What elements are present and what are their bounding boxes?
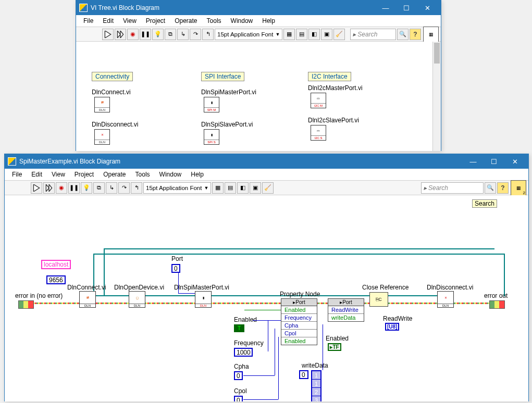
function-close-reference[interactable]: ⎘C bbox=[369, 292, 388, 307]
titlebar[interactable]: SpiMasterExample.vi Block Diagram — ☐ ✕ bbox=[5, 154, 528, 169]
retain-wire-values-button[interactable]: ⧉ bbox=[93, 182, 105, 194]
search-input[interactable]: ▸ Search bbox=[350, 29, 396, 40]
terminal-error-out[interactable] bbox=[489, 300, 505, 309]
abort-button[interactable]: ◉ bbox=[56, 182, 67, 194]
menu-view[interactable]: View bbox=[119, 16, 141, 26]
constant-frequency[interactable]: 1000 bbox=[234, 348, 253, 357]
search-icon[interactable]: 🔍 bbox=[485, 182, 496, 194]
align-button[interactable]: ▦ bbox=[212, 182, 224, 194]
maximize-button[interactable]: ☐ bbox=[484, 154, 504, 169]
run-continuously-button[interactable] bbox=[115, 29, 126, 40]
cleanup-button[interactable]: 🧹 bbox=[262, 182, 274, 194]
menu-view[interactable]: View bbox=[47, 170, 69, 179]
prop-row[interactable]: Enabled bbox=[281, 337, 317, 345]
vi-icon-disconnect[interactable]: ✕DLN bbox=[94, 129, 110, 145]
vi-icon-indicator[interactable]: ▦ bbox=[423, 27, 439, 42]
cleanup-button[interactable]: 🧹 bbox=[333, 29, 345, 40]
resize-button[interactable]: ◧ bbox=[308, 29, 320, 40]
run-button[interactable] bbox=[31, 182, 42, 194]
constant-cpha[interactable]: 0 bbox=[234, 371, 243, 380]
step-into-button[interactable]: ↳ bbox=[106, 182, 117, 194]
property-node-1[interactable]: ▸ Port Enabled Frequency Cpha Cpol Enabl… bbox=[281, 298, 317, 345]
maximize-button[interactable]: ☐ bbox=[396, 1, 417, 15]
close-button[interactable]: ✕ bbox=[504, 154, 525, 169]
subvi-opendevice[interactable]: ◻DLN bbox=[129, 291, 145, 308]
menu-project[interactable]: Project bbox=[142, 16, 169, 26]
menu-tools[interactable]: Tools bbox=[131, 170, 154, 179]
run-button[interactable] bbox=[102, 29, 114, 40]
constant-port[interactable]: 0 bbox=[171, 264, 180, 273]
menu-window[interactable]: Window bbox=[227, 16, 257, 26]
step-over-button[interactable]: ↷ bbox=[190, 29, 201, 40]
constant-cpol[interactable]: 0 bbox=[234, 396, 243, 401]
resize-button[interactable]: ◧ bbox=[237, 182, 249, 194]
highlight-execution-button[interactable]: 💡 bbox=[152, 29, 164, 40]
reorder-button[interactable]: ▣ bbox=[250, 182, 261, 194]
prop-row[interactable]: Frequency bbox=[281, 314, 317, 322]
search-input[interactable]: ▸ Search bbox=[421, 182, 484, 194]
block-diagram-canvas[interactable]: Connectivity SPI Interface I2C Interface… bbox=[76, 42, 441, 151]
menu-operate[interactable]: Operate bbox=[170, 16, 201, 26]
subvi-spimasterport[interactable]: ▮DLN bbox=[195, 291, 212, 308]
step-into-button[interactable]: ↳ bbox=[177, 29, 189, 40]
pause-button[interactable]: ❚❚ bbox=[68, 182, 80, 194]
prop-row[interactable]: ReadWrite bbox=[328, 306, 364, 314]
menu-help[interactable]: Help bbox=[258, 16, 279, 26]
terminal-error-in[interactable] bbox=[18, 300, 34, 309]
prop-row[interactable]: Enabled bbox=[281, 306, 317, 314]
invoke-node[interactable]: ▸ Port ReadWrite writeData bbox=[328, 298, 364, 322]
run-continuously-button[interactable] bbox=[43, 182, 55, 194]
distribute-button[interactable]: ▤ bbox=[296, 29, 307, 40]
array-cell[interactable]: 3 bbox=[312, 396, 320, 401]
titlebar[interactable]: VI Tree.vi Block Diagram — ☐ ✕ bbox=[76, 1, 441, 15]
reorder-button[interactable]: ▣ bbox=[321, 29, 332, 40]
vi-icon-connect[interactable]: ⇄DLN bbox=[94, 97, 110, 112]
constant-array-writedata[interactable]: 1 1 2 3 0 bbox=[311, 370, 321, 401]
menu-file[interactable]: File bbox=[8, 170, 26, 179]
font-dropdown[interactable]: 15pt Application Font▼ bbox=[215, 29, 282, 40]
menu-window[interactable]: Window bbox=[155, 170, 186, 179]
step-over-button[interactable]: ↷ bbox=[118, 182, 130, 194]
menu-operate[interactable]: Operate bbox=[99, 170, 130, 179]
step-out-button[interactable]: ↰ bbox=[202, 29, 214, 40]
font-dropdown[interactable]: 15pt Application Font▼ bbox=[143, 182, 211, 194]
array-cell[interactable]: 1 bbox=[312, 380, 320, 388]
indicator-enabled[interactable]: ▸TF bbox=[328, 343, 341, 351]
array-index[interactable]: 0 bbox=[299, 370, 308, 379]
vi-icon-i2cmaster[interactable]: ▭I2C M bbox=[311, 93, 326, 108]
constant-localhost[interactable]: localhost bbox=[41, 260, 71, 269]
menu-project[interactable]: Project bbox=[70, 170, 98, 179]
prop-row[interactable]: Cpol bbox=[281, 330, 317, 337]
subvi-disconnect[interactable]: ✕DLN bbox=[437, 291, 454, 308]
abort-button[interactable]: ◉ bbox=[127, 29, 139, 40]
constant-port9656[interactable]: 9656 bbox=[46, 275, 66, 284]
help-button[interactable]: ? bbox=[497, 182, 509, 194]
prop-row[interactable]: writeData bbox=[328, 314, 364, 321]
menu-file[interactable]: File bbox=[79, 16, 97, 26]
pause-button[interactable]: ❚❚ bbox=[140, 29, 151, 40]
highlight-execution-button[interactable]: 💡 bbox=[81, 182, 92, 194]
distribute-button[interactable]: ▤ bbox=[225, 182, 236, 194]
vi-icon-indicator[interactable]: ▦2 bbox=[511, 180, 526, 196]
block-diagram-canvas[interactable]: Search localhost 9656 error in (no error… bbox=[5, 195, 528, 401]
subvi-connect[interactable]: ⇄DLN bbox=[79, 291, 96, 308]
menu-help[interactable]: Help bbox=[187, 170, 208, 179]
vi-icon-i2cslave[interactable]: ▭I2C S bbox=[311, 125, 326, 141]
array-cell[interactable]: 1 bbox=[312, 371, 320, 380]
indicator-u8[interactable]: [U8] bbox=[385, 323, 399, 331]
array-cell[interactable]: 2 bbox=[312, 388, 320, 396]
constant-true[interactable]: T bbox=[234, 324, 244, 332]
vi-icon-spislave[interactable]: ▮SPI S bbox=[204, 129, 219, 145]
close-button[interactable]: ✕ bbox=[417, 1, 438, 15]
help-button[interactable]: ? bbox=[410, 29, 421, 40]
scrollbar-vertical[interactable] bbox=[432, 42, 441, 151]
prop-row[interactable]: Cpha bbox=[281, 322, 317, 330]
minimize-button[interactable]: — bbox=[463, 154, 484, 169]
menu-edit[interactable]: Edit bbox=[27, 170, 46, 179]
retain-wire-values-button[interactable]: ⧉ bbox=[165, 29, 176, 40]
minimize-button[interactable]: — bbox=[375, 1, 396, 15]
menu-edit[interactable]: Edit bbox=[98, 16, 118, 26]
search-icon[interactable]: 🔍 bbox=[397, 29, 409, 40]
align-button[interactable]: ▦ bbox=[283, 29, 295, 40]
step-out-button[interactable]: ↰ bbox=[131, 182, 142, 194]
